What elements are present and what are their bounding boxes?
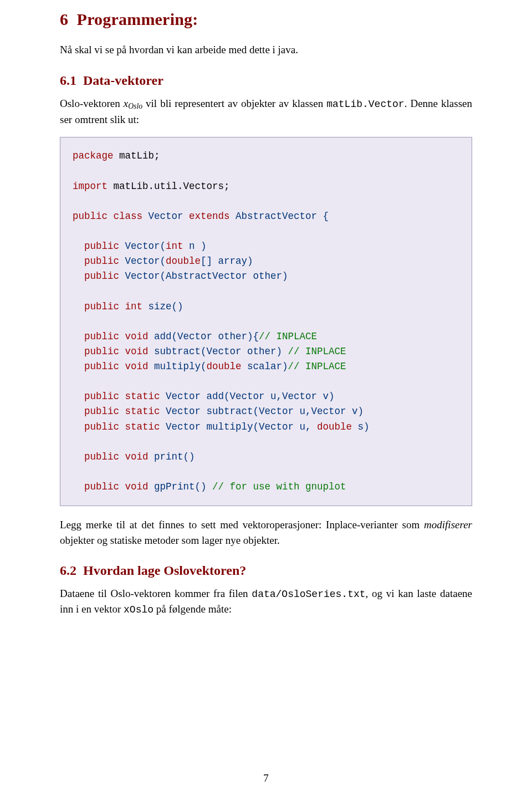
code-keyword: public [84,256,119,267]
page-number: 7 [0,772,532,784]
text: objekter og statiske metoder som lager n… [60,534,280,546]
math-subscript-oslo: Oslo [128,102,142,110]
code-type: add(Vector other){ [149,331,259,342]
code-keyword: public static [84,421,160,432]
code-pre: package matLib; import matLib.util.Vecto… [73,149,459,494]
code-keyword: extends [189,211,230,222]
code-type: multiply( [149,361,207,372]
emphasis-modifiserer: modifiserer [424,519,472,530]
page: 6 Programmering: Nå skal vi se på hvorda… [0,0,532,801]
code-keyword: public void [84,451,149,462]
code-keyword: public [84,271,119,282]
code-type: Vector subtract(Vector u,Vector v) [160,406,364,417]
subsection-number: 6.2 [60,563,76,578]
code-type: Vector [142,211,189,222]
code-keyword: double [317,421,352,432]
intro-paragraph: Nå skal vi se på hvordan vi kan arbeide … [60,42,472,58]
code-type: scalar) [242,361,288,372]
subsection-number: 6.1 [60,73,76,88]
subsection-title: Data-vektorer [83,73,163,88]
subsection-6-2-heading: 6.2 Hvordan lage Oslovektoren? [60,563,472,578]
code-keyword: public static [84,391,160,402]
code-keyword: import [73,181,108,192]
section-number: 6 [60,10,68,28]
subsection-6-1-heading: 6.1 Data-vektorer [60,73,472,88]
code-type: n ) [183,241,207,252]
code-type: AbstractVector { [230,211,329,222]
code-type: Vector(AbstractVector other) [119,271,288,282]
code-type: s) [352,421,370,432]
code-type: size() [142,301,183,312]
code-text: matLib.util.Vectors; [108,181,230,192]
code-type: Vector( [119,256,166,267]
code-keyword: package [73,150,114,161]
code-keyword: public void [84,331,149,342]
code-keyword: public void [84,361,149,372]
code-keyword: int [166,241,183,252]
code-type: Vector add(Vector u,Vector v) [160,391,335,402]
inline-code-matlib-vector: matLib.Vector [326,99,404,110]
code-keyword: public int [84,301,142,312]
code-type: Vector multiply(Vector u, [160,421,318,432]
code-comment: // INPLACE [288,361,346,372]
text: på følgende måte: [154,603,232,615]
subsection-6-1-paragraph: Oslo-vektoren xOslo vil bli representert… [60,96,472,127]
code-comment: // INPLACE [259,331,317,342]
text: Dataene til Oslo-vektoren kommer fra fil… [60,588,252,599]
text: Oslo-vektoren [60,98,124,109]
code-keyword: double [207,361,242,372]
inline-code-xoslo: xOslo [124,604,154,615]
code-listing-vector-class: package matLib; import matLib.util.Vecto… [60,137,472,506]
section-heading: 6 Programmering: [60,10,472,29]
code-keyword: public [84,241,119,252]
code-type: Vector( [119,241,166,252]
code-type: gpPrint() [149,481,213,492]
subsection-6-2-paragraph: Dataene til Oslo-vektoren kommer fra fil… [60,586,472,617]
code-keyword: public void [84,481,149,492]
text: Legg merke til at det finnes to sett med… [60,519,424,530]
inline-code-data-path: data/OsloSeries.txt [252,589,365,600]
math-variable-x: x [124,98,128,109]
code-comment: // INPLACE [288,346,346,357]
code-type: subtract(Vector other) [149,346,288,357]
text: vil bli representert av objekter av klas… [142,98,326,109]
code-keyword: public static [84,406,160,417]
code-type: print() [149,451,195,462]
code-type: [] array) [201,256,253,267]
code-text: matLib; [114,150,160,161]
code-keyword: double [166,256,201,267]
subsection-title: Hvordan lage Oslovektoren? [83,563,246,578]
code-keyword: public void [84,346,149,357]
code-keyword: public class [73,211,142,222]
section-title: Programmering: [77,10,198,28]
code-comment: // for use with gnuplot [212,481,346,492]
after-6-1-paragraph: Legg merke til at det finnes to sett med… [60,517,472,548]
